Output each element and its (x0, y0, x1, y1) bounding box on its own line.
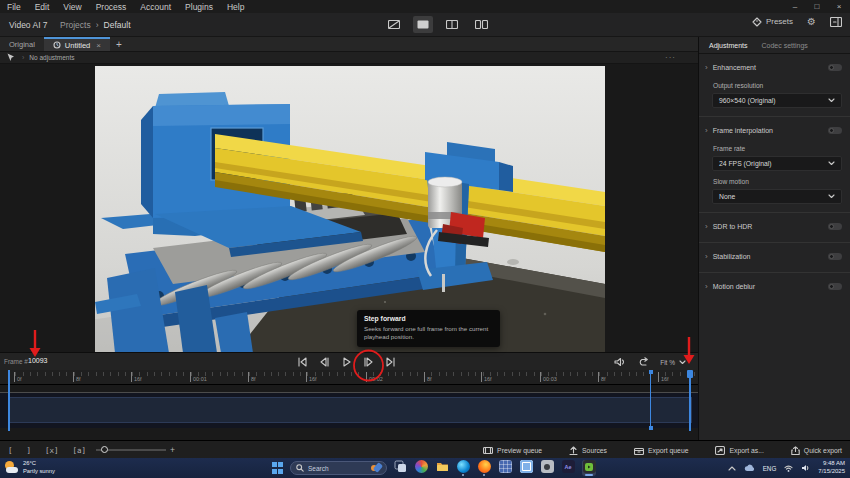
chevron-right-icon: › (705, 222, 708, 231)
slow-motion-select[interactable]: None (712, 189, 842, 204)
clear-in-out-button[interactable]: [x] (45, 446, 59, 455)
film-icon (483, 446, 493, 455)
camera-app-icon[interactable] (540, 460, 554, 476)
panel-toggle-icon[interactable] (830, 17, 842, 27)
cursor-icon (6, 53, 14, 62)
store-app-icon[interactable] (519, 460, 533, 476)
timeline[interactable]: 0f 8f 16f 00:01 8f 16f 00:02 8f 16f 00:0… (0, 370, 698, 440)
wifi-icon[interactable] (784, 465, 793, 472)
menu-plugins[interactable]: Plugins (178, 2, 220, 12)
sdr-to-hdr-section[interactable]: › SDR to HDR (699, 219, 850, 234)
ruler-tick: 8f (598, 372, 606, 382)
frame-rate-select[interactable]: 24 FPS (Original) (712, 156, 842, 171)
secondary-marker[interactable] (650, 370, 651, 430)
split-view-icon[interactable] (442, 16, 462, 33)
calculator-app-icon[interactable] (498, 460, 512, 476)
timeline-zoom-slider[interactable] (96, 449, 166, 451)
task-view-button[interactable] (393, 460, 407, 476)
taskbar-clock[interactable]: 9:48 AM 7/15/2025 (818, 460, 845, 476)
firefox-browser-icon[interactable] (477, 460, 491, 476)
file-explorer-icon[interactable] (435, 460, 449, 476)
photos-app-icon[interactable] (414, 460, 428, 476)
speaker-icon[interactable] (801, 464, 810, 472)
presets-label: Presets (766, 17, 793, 26)
edge-browser-icon[interactable] (456, 460, 470, 476)
zoom-level-select[interactable]: Fit % (660, 359, 686, 366)
clip-track[interactable] (8, 397, 692, 423)
menu-process[interactable]: Process (89, 2, 134, 12)
play-button[interactable] (340, 356, 352, 368)
after-effects-icon[interactable]: Ae (561, 460, 575, 476)
quick-export-button[interactable]: Quick export (791, 446, 842, 455)
skip-to-start-button[interactable] (296, 356, 308, 368)
tab-codec-settings[interactable]: Codec settings (762, 42, 808, 49)
motion-deblur-toggle[interactable] (828, 283, 842, 290)
stabilization-section[interactable]: › Stabilization (699, 249, 850, 264)
set-in-point-button[interactable]: [ (8, 446, 13, 455)
bottom-bar: [ ] [x] [a] + Preview queue Sources Expo… (0, 440, 850, 458)
timeline-ruler[interactable]: 0f 8f 16f 00:01 8f 16f 00:02 8f 16f 00:0… (0, 370, 698, 385)
step-back-button[interactable] (318, 356, 330, 368)
menu-account[interactable]: Account (133, 2, 178, 12)
frame-rate-label: Frame rate (713, 145, 850, 152)
search-box[interactable]: Search (290, 461, 387, 475)
motion-deblur-section[interactable]: › Motion deblur (699, 279, 850, 294)
minimize-button[interactable]: – (784, 2, 806, 11)
export-file-icon (715, 446, 725, 455)
start-button[interactable] (272, 462, 284, 474)
frame-number-value[interactable]: 10093 (28, 357, 47, 364)
language-indicator[interactable]: ENG (763, 465, 777, 472)
volume-icon[interactable] (614, 357, 626, 367)
maximize-button[interactable]: □ (806, 2, 828, 11)
close-button[interactable]: × (828, 2, 850, 11)
breadcrumb-projects[interactable]: Projects (60, 20, 91, 30)
weather-temp: 26°C (23, 460, 55, 468)
chevron-down-icon (828, 194, 835, 199)
step-forward-button[interactable] (362, 356, 374, 368)
in-point-marker[interactable] (8, 370, 10, 431)
enhancement-toggle[interactable] (828, 64, 842, 71)
more-options-icon[interactable]: ··· (665, 53, 676, 62)
add-tab-button[interactable]: + (110, 37, 128, 51)
chevron-down-icon (679, 360, 686, 365)
presets-button[interactable]: Presets (752, 17, 793, 27)
loop-icon[interactable] (637, 357, 649, 367)
playhead[interactable] (689, 370, 691, 431)
preview-queue-button[interactable]: Preview queue (483, 446, 542, 455)
frame-number-label: Frame # (4, 358, 28, 365)
frame-interpolation-section[interactable]: › Frame interpolation (699, 123, 850, 138)
breadcrumb-default[interactable]: Default (104, 20, 131, 30)
system-tray: ENG 9:48 AM 7/15/2025 (728, 458, 845, 478)
frame-interpolation-toggle[interactable] (828, 127, 842, 134)
export-queue-button[interactable]: Export queue (634, 446, 688, 455)
sdr-to-hdr-toggle[interactable] (828, 223, 842, 230)
select-all-range-button[interactable]: [a] (73, 446, 87, 455)
output-resolution-select[interactable]: 960×540 (Original) (712, 93, 842, 108)
single-view-icon[interactable] (413, 16, 433, 33)
zoom-in-button[interactable]: + (170, 445, 175, 455)
chevron-up-icon[interactable] (728, 466, 736, 471)
export-as-button[interactable]: Export as... (715, 446, 763, 455)
compare-view-icon[interactable] (384, 16, 404, 33)
side-by-side-view-icon[interactable] (471, 16, 491, 33)
menu-file[interactable]: File (0, 2, 28, 12)
sources-button[interactable]: Sources (569, 446, 607, 455)
menu-help[interactable]: Help (220, 2, 251, 12)
stabilization-toggle[interactable] (828, 253, 842, 260)
slider-knob[interactable] (101, 446, 108, 453)
menu-edit[interactable]: Edit (28, 2, 57, 12)
menu-view[interactable]: View (56, 2, 88, 12)
weather-widget[interactable]: 26°C Partly sunny (4, 460, 55, 475)
video-ai-app-icon[interactable] (582, 460, 596, 476)
tab-untitled[interactable]: Untitled × (44, 37, 110, 51)
set-out-point-button[interactable]: ] (27, 446, 32, 455)
onedrive-cloud-icon[interactable] (744, 464, 755, 472)
tab-adjustments[interactable]: Adjustments (709, 42, 748, 49)
skip-to-end-button[interactable] (384, 356, 396, 368)
ruler-tick: 8f (248, 372, 256, 382)
tab-original[interactable]: Original (0, 37, 44, 51)
close-tab-icon[interactable]: × (96, 41, 101, 50)
gear-icon[interactable]: ⚙ (807, 16, 816, 27)
enhancement-section[interactable]: › Enhancement (699, 60, 850, 75)
video-viewport[interactable] (0, 64, 698, 352)
